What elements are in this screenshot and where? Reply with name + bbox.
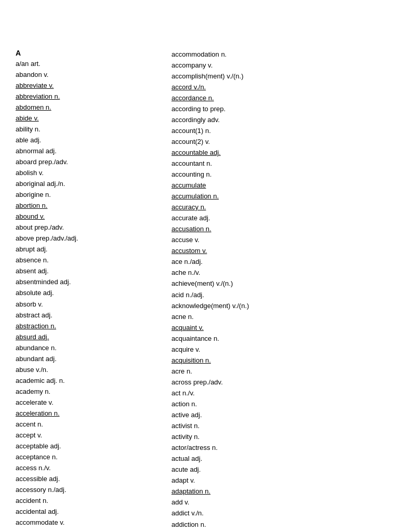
word-item: adaptation n. xyxy=(171,486,395,497)
word-item: acid n./adj. xyxy=(171,289,395,300)
word-item: accent n. xyxy=(16,419,171,430)
word-item: actor/actress n. xyxy=(171,442,395,453)
word-item: abide v. xyxy=(16,113,171,124)
word-item: absurd adj. xyxy=(16,331,171,342)
word-item: add v. xyxy=(171,497,395,508)
word-item: accommodation n. xyxy=(171,49,395,60)
word-item: access n./v. xyxy=(16,462,171,473)
word-item: acquaint v. xyxy=(171,322,395,333)
word-item: accuse v. xyxy=(171,234,395,245)
word-item: absence n. xyxy=(16,255,171,265)
word-item: accessible adj. xyxy=(16,473,171,484)
word-item: acquisition n. xyxy=(171,355,395,366)
word-item: accordance n. xyxy=(171,92,395,103)
content-area: Aa/an art.abandon v.abbreviate v.abbrevi… xyxy=(16,49,395,533)
word-item: aboriginal adj./n. xyxy=(16,178,171,189)
word-item: abundant adj. xyxy=(16,353,171,364)
note-area xyxy=(16,36,171,45)
word-item: abdomen n. xyxy=(16,102,171,113)
right-column-top xyxy=(171,36,395,45)
word-item: abstraction n. xyxy=(16,321,171,331)
word-item: aboard prep./adv. xyxy=(16,156,171,167)
word-item: across prep./adv. xyxy=(171,377,395,388)
word-item: activity n. xyxy=(171,431,395,442)
word-item: acceleration n. xyxy=(16,408,171,419)
word-item: accident n. xyxy=(16,495,171,506)
word-item: ace n./adj. xyxy=(171,256,395,267)
word-item: acquire v. xyxy=(171,344,395,355)
word-item: accumulate xyxy=(171,180,395,191)
word-item: actual adj. xyxy=(171,453,395,464)
word-item: acknowledge(ment) v./(n.) xyxy=(171,300,395,311)
word-item: act n./v. xyxy=(171,388,395,398)
word-item: ache n./v. xyxy=(171,267,395,278)
word-item: active adj. xyxy=(171,409,395,420)
word-item: accounting n. xyxy=(171,169,395,180)
word-item: accessory n./adj. xyxy=(16,484,171,495)
word-item: account(2) v. xyxy=(171,136,395,147)
word-item: addict v./n. xyxy=(171,508,395,518)
word-item: accidental adj. xyxy=(16,506,171,517)
section-letter: A xyxy=(16,49,171,57)
word-item: accumulation n. xyxy=(171,191,395,202)
word-item: ability n. xyxy=(16,124,171,135)
word-item: abandon v. xyxy=(16,69,171,80)
word-item: acute adj. xyxy=(171,464,395,475)
word-item: account(1) n. xyxy=(171,125,395,136)
right-column: accommodation n.accompany v.accomplish(m… xyxy=(171,49,395,533)
word-item: accusation n. xyxy=(171,223,395,234)
word-item: accomplish(ment) v./(n.) xyxy=(171,71,395,82)
word-item: abortion n. xyxy=(16,200,171,211)
word-item: accurate adj. xyxy=(171,212,395,223)
word-item: accountable adj. xyxy=(171,147,395,158)
word-item: academy n. xyxy=(16,386,171,397)
word-item: accompany v. xyxy=(171,60,395,71)
word-item: abstract adj. xyxy=(16,310,171,321)
word-item: abundance n. xyxy=(16,342,171,353)
word-item: absorb v. xyxy=(16,299,171,310)
word-item: aborigine n. xyxy=(16,189,171,200)
word-item: abrupt adj. xyxy=(16,244,171,255)
word-item: accuracy n. xyxy=(171,202,395,212)
word-item: accountant n. xyxy=(171,158,395,169)
top-section xyxy=(16,36,395,45)
word-item: adapt v. xyxy=(171,475,395,486)
word-item: absentminded adj. xyxy=(16,276,171,287)
word-item: abolish v. xyxy=(16,167,171,178)
word-item: acceptable adj. xyxy=(16,441,171,451)
word-item: according to prep. xyxy=(171,103,395,114)
word-item: acquaintance n. xyxy=(171,333,395,344)
word-item: acre n. xyxy=(171,366,395,377)
word-item: academic adj. n. xyxy=(16,375,171,386)
word-item: accommodate v. xyxy=(16,517,171,528)
word-item: abbreviation n. xyxy=(16,91,171,102)
word-item: abnormal adj. xyxy=(16,145,171,156)
word-item: accustom v. xyxy=(171,245,395,256)
left-column: Aa/an art.abandon v.abbreviate v.abbrevi… xyxy=(16,49,171,533)
word-item: addition n. xyxy=(171,530,395,532)
word-item: above prep./adv./adj. xyxy=(16,233,171,244)
word-item: acne n. xyxy=(171,311,395,322)
word-item: accordingly adv. xyxy=(171,114,395,125)
word-item: absolute adj. xyxy=(16,287,171,298)
word-item: able adj. xyxy=(16,135,171,145)
word-item: abbreviate v. xyxy=(16,80,171,91)
word-item: accept v. xyxy=(16,430,171,441)
word-item: absent adj. xyxy=(16,265,171,276)
word-item: accelerate v. xyxy=(16,397,171,408)
word-item: action n. xyxy=(171,398,395,409)
word-item: a/an art. xyxy=(16,58,171,69)
word-item: addiction n. xyxy=(171,519,395,530)
word-item: about prep./adv. xyxy=(16,222,171,233)
word-item: abound v. xyxy=(16,211,171,222)
description xyxy=(16,18,395,28)
word-item: accord v./n. xyxy=(171,82,395,92)
word-item: activist n. xyxy=(171,420,395,431)
word-item: achieve(ment) v./(n.) xyxy=(171,278,395,289)
word-item: abuse v./n. xyxy=(16,364,171,375)
word-item: acceptance n. xyxy=(16,451,171,462)
